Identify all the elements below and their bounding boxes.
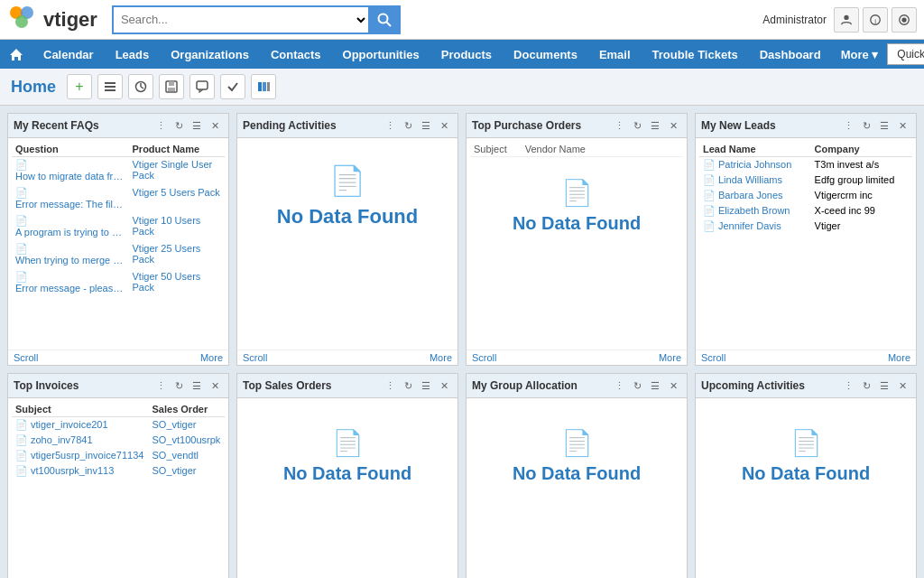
widget-ga-settings[interactable]: ☰ [647, 378, 663, 394]
user-profile-button[interactable] [834, 7, 859, 33]
faq-question[interactable]: 📄A program is trying to access e-mail ad… [12, 213, 129, 241]
widget-po-refresh[interactable]: ↻ [629, 117, 645, 134]
comment-button[interactable] [189, 74, 215, 99]
nav-documents[interactable]: Documents [503, 40, 588, 69]
search-input[interactable] [112, 5, 346, 34]
invoice-subject[interactable]: 📄vtiger5usrp_invoice71134 [12, 448, 149, 463]
lead-name[interactable]: 📄Jennifer Davis [699, 219, 811, 234]
faq-question[interactable]: 📄Error message: The file is damaged and … [12, 185, 129, 213]
gear-icon [898, 14, 910, 26]
nav-products[interactable]: Products [430, 40, 503, 69]
nav-contacts[interactable]: Contacts [260, 40, 332, 69]
info-button[interactable]: i [863, 7, 888, 33]
widget-inv-settings[interactable]: ☰ [189, 378, 205, 394]
faq-product: Vtiger 10 Users Pack [129, 213, 225, 241]
widget-pending-refresh[interactable]: ↻ [400, 117, 416, 134]
search-category-dropdown[interactable] [346, 5, 368, 34]
widget-leads-close[interactable]: ✕ [894, 117, 910, 134]
search-button[interactable] [368, 5, 401, 34]
svg-rect-22 [267, 82, 270, 91]
widget-ua-close[interactable]: ✕ [894, 378, 910, 394]
nav-email[interactable]: Email [588, 40, 642, 69]
widget-so-settings[interactable]: ☰ [418, 378, 434, 394]
nav-home[interactable] [0, 40, 32, 69]
settings-button[interactable] [892, 7, 917, 33]
invoice-order[interactable]: SO_vt100usrpk [149, 433, 225, 448]
leads-scroll-link[interactable]: Scroll [701, 352, 726, 363]
widget-close-icon[interactable]: ✕ [207, 117, 223, 134]
nav-calendar[interactable]: Calendar [32, 40, 105, 69]
widget-leads-settings[interactable]: ☰ [876, 117, 892, 134]
widget-inv-close[interactable]: ✕ [207, 378, 223, 394]
widget-inv-reorder[interactable]: ⋮ [152, 378, 169, 394]
lead-name[interactable]: 📄Elizabeth Brown [699, 203, 811, 219]
widget-leads-reorder[interactable]: ⋮ [840, 117, 856, 134]
widget-pending-reorder[interactable]: ⋮ [382, 117, 398, 134]
widget-po-close[interactable]: ✕ [665, 117, 681, 134]
widget-pending-settings[interactable]: ☰ [418, 117, 434, 134]
widget-so-refresh[interactable]: ↻ [400, 378, 416, 394]
widget-po-body: Subject Vendor Name 📄 No Data Found [467, 138, 687, 350]
lead-name[interactable]: 📄Barbara Jones [699, 188, 811, 203]
nav-dashboard[interactable]: Dashboard [749, 40, 832, 69]
lead-name[interactable]: 📄Linda Williams [699, 172, 811, 188]
widget-recent-faqs-body: Question Product Name 📄How to migrate da… [8, 138, 228, 350]
widget-inv-refresh[interactable]: ↻ [171, 378, 187, 394]
nav-more[interactable]: More ▾ [832, 40, 888, 69]
pending-more-link[interactable]: More [430, 352, 452, 363]
checkmark-button[interactable] [220, 74, 245, 99]
books-button[interactable] [251, 74, 276, 99]
logo-text: vtiger [43, 8, 97, 32]
widget-ua-reorder[interactable]: ⋮ [840, 378, 856, 394]
history-button[interactable] [128, 74, 153, 99]
quick-create-dropdown[interactable]: Quick Create... [887, 43, 924, 65]
widget-po-settings[interactable]: ☰ [647, 117, 663, 134]
faq-question[interactable]: 📄How to migrate data from previous versi… [12, 157, 129, 186]
nav-leads[interactable]: Leads [105, 40, 161, 69]
main-content: My Recent FAQs ⋮ ↻ ☰ ✕ Question Product … [0, 106, 924, 578]
faq-question[interactable]: 📄Error message - please close all instan… [12, 269, 129, 297]
so-no-data-text: No Data Found [283, 463, 411, 484]
widget-ua-refresh[interactable]: ↻ [858, 378, 874, 394]
widget-refresh-icon[interactable]: ↻ [171, 117, 187, 134]
logo: vtiger [7, 4, 97, 36]
leads-more-link[interactable]: More [888, 352, 910, 363]
widget-ga-close[interactable]: ✕ [665, 378, 681, 394]
ua-no-data-text: No Data Found [742, 463, 870, 484]
widget-so-close[interactable]: ✕ [436, 378, 452, 394]
lead-name[interactable]: 📄Patricia Johnson [699, 157, 811, 173]
widget-po-reorder[interactable]: ⋮ [611, 117, 627, 134]
add-button[interactable]: + [67, 74, 92, 99]
widget-pending-close[interactable]: ✕ [436, 117, 452, 134]
nav-trouble-tickets[interactable]: Trouble Tickets [642, 40, 749, 69]
widget-ga-controls: ⋮ ↻ ☰ ✕ [611, 378, 681, 394]
nav-organizations[interactable]: Organizations [160, 40, 260, 69]
invoice-subject[interactable]: 📄vt100usrpk_inv113 [12, 463, 149, 479]
widget-settings-icon[interactable]: ☰ [189, 117, 205, 134]
invoice-order[interactable]: SO_vendtl [149, 448, 225, 463]
faqs-scroll-link[interactable]: Scroll [14, 352, 39, 363]
widget-ga-reorder[interactable]: ⋮ [611, 378, 627, 394]
widget-ua-settings[interactable]: ☰ [876, 378, 892, 394]
faqs-more-link[interactable]: More [200, 352, 223, 363]
svg-rect-17 [169, 81, 174, 86]
info-icon: i [869, 14, 882, 26]
invoice-subject[interactable]: 📄zoho_inv7841 [12, 433, 149, 448]
save-button[interactable] [159, 74, 184, 99]
pending-scroll-link[interactable]: Scroll [243, 352, 268, 363]
invoice-order[interactable]: SO_vtiger [149, 463, 225, 479]
list-view-button[interactable] [97, 74, 123, 99]
faq-question[interactable]: 📄When trying to merge a template with a … [12, 241, 129, 269]
widget-leads-refresh[interactable]: ↻ [858, 117, 874, 134]
widget-ga-refresh[interactable]: ↻ [629, 378, 645, 394]
po-more-link[interactable]: More [659, 352, 681, 363]
invoice-order[interactable]: SO_vtiger [149, 417, 225, 434]
widget-po-controls: ⋮ ↻ ☰ ✕ [611, 117, 681, 134]
page-header: Home + [0, 69, 924, 106]
widget-so-reorder[interactable]: ⋮ [382, 378, 398, 394]
svg-point-2 [15, 15, 28, 28]
nav-opportunities[interactable]: Opportunities [332, 40, 430, 69]
po-scroll-link[interactable]: Scroll [472, 352, 497, 363]
invoice-subject[interactable]: 📄vtiger_invoice201 [12, 417, 149, 434]
widget-reorder-icon[interactable]: ⋮ [152, 117, 169, 134]
